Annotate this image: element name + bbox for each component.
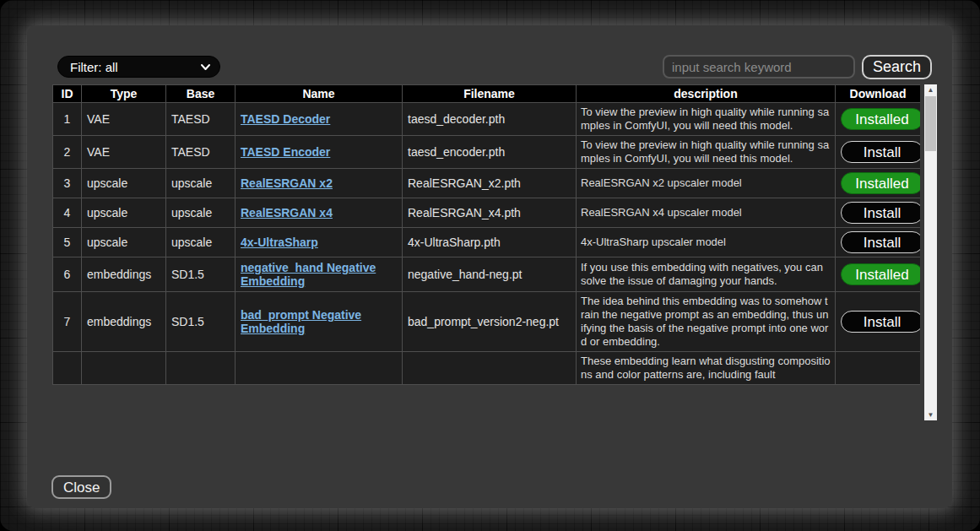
installed-button[interactable]: Installed: [841, 263, 920, 285]
model-name-link[interactable]: RealESRGAN x4: [241, 206, 333, 219]
model-type-cell: embeddings: [82, 257, 166, 292]
model-row: These embedding learn what disgusting co…: [53, 352, 921, 385]
model-description-cell: These embedding learn what disgusting co…: [577, 352, 836, 385]
scroll-down-arrow-icon[interactable]: ▼: [924, 409, 937, 420]
model-name-link[interactable]: 4x-UltraSharp: [241, 236, 318, 249]
vertical-scrollbar[interactable]: ▲ ▼: [924, 84, 937, 420]
model-download-cell: Installed: [836, 169, 921, 198]
model-filename-cell: RealESRGAN_x2.pth: [403, 169, 577, 198]
scrollbar-thumb[interactable]: [925, 96, 936, 151]
column-header-download: Download: [836, 85, 921, 103]
install-button[interactable]: Install: [841, 202, 920, 224]
model-name-link[interactable]: TAESD Encoder: [241, 145, 330, 159]
models-table-zone: ID Type Base Name Filename description D…: [52, 84, 937, 425]
comfyui-canvas-background: Filter: all Search ID: [0, 0, 980, 531]
model-type-cell: upscale: [82, 169, 166, 198]
model-id-cell: 7: [53, 292, 82, 352]
model-name-link[interactable]: TAESD Decoder: [241, 112, 330, 126]
model-name-cell: TAESD Encoder: [236, 136, 403, 169]
model-filename-cell: bad_prompt_version2-neg.pt: [403, 292, 577, 352]
chevron-down-icon: [201, 63, 210, 71]
search-input[interactable]: [663, 55, 855, 79]
model-row: 4upscaleupscaleRealESRGAN x4RealESRGAN_x…: [53, 198, 921, 228]
model-filename-cell: [403, 352, 577, 385]
model-name-cell: 4x-UltraSharp: [236, 228, 403, 257]
model-filename-cell: taesd_encoder.pth: [403, 136, 577, 169]
table-header-row: ID Type Base Name Filename description D…: [53, 85, 921, 103]
model-base-cell: upscale: [166, 198, 236, 228]
model-name-cell: bad_prompt Negative Embedding: [236, 292, 403, 352]
install-button[interactable]: Install: [841, 311, 920, 333]
model-name-link[interactable]: RealESRGAN x2: [241, 176, 333, 190]
model-base-cell: upscale: [166, 228, 236, 257]
model-id-cell: 1: [53, 103, 82, 136]
model-row: 1VAETAESDTAESD Decodertaesd_decoder.pthT…: [53, 103, 921, 136]
model-id-cell: 3: [53, 169, 82, 198]
model-download-cell: Installed: [836, 257, 921, 292]
dialog-topbar: Filter: all Search: [57, 54, 932, 79]
model-type-cell: embeddings: [82, 292, 166, 352]
model-description-cell: To view the preview in high quality whil…: [577, 103, 836, 136]
model-base-cell: TAESD: [166, 103, 236, 136]
model-manager-dialog: Filter: all Search ID: [27, 25, 952, 508]
model-name-cell: RealESRGAN x2: [236, 169, 403, 198]
column-header-type: Type: [82, 85, 166, 103]
model-type-cell: upscale: [82, 198, 166, 228]
model-id-cell: [53, 352, 82, 385]
models-table: ID Type Base Name Filename description D…: [52, 84, 920, 385]
model-filename-cell: RealESRGAN_x4.pth: [403, 198, 577, 228]
search-button[interactable]: Search: [862, 55, 932, 79]
model-type-cell: VAE: [82, 103, 166, 136]
model-row: 2VAETAESDTAESD Encodertaesd_encoder.pthT…: [53, 136, 921, 169]
model-description-cell: To view the preview in high quality whil…: [577, 136, 836, 169]
column-header-base: Base: [166, 85, 236, 103]
column-header-id: ID: [53, 85, 82, 103]
model-name-cell: RealESRGAN x4: [236, 198, 403, 228]
model-name-cell: negative_hand Negative Embedding: [236, 257, 403, 292]
model-row: 7embeddingsSD1.5bad_prompt Negative Embe…: [53, 292, 921, 352]
model-id-cell: 2: [53, 136, 82, 169]
installed-button[interactable]: Installed: [841, 172, 920, 194]
model-id-cell: 6: [53, 257, 82, 292]
model-type-cell: [82, 352, 166, 385]
model-download-cell: Install: [836, 136, 921, 169]
column-header-description: description: [577, 85, 836, 103]
filter-dropdown[interactable]: Filter: all: [57, 56, 220, 78]
filter-dropdown-value: Filter: all: [70, 60, 118, 74]
model-base-cell: upscale: [166, 169, 236, 198]
close-button[interactable]: Close: [51, 475, 111, 499]
column-header-filename: Filename: [403, 85, 577, 103]
model-base-cell: SD1.5: [166, 257, 236, 292]
model-name-cell: [236, 352, 403, 385]
model-description-cell: The idea behind this embedding was to so…: [577, 292, 836, 352]
installed-button[interactable]: Installed: [841, 108, 920, 130]
model-description-cell: RealESRGAN x4 upscaler model: [577, 198, 836, 228]
model-description-cell: RealESRGAN x2 upscaler model: [577, 169, 836, 198]
model-download-cell: Install: [836, 228, 921, 257]
model-download-cell: Install: [836, 292, 921, 352]
models-table-clip: ID Type Base Name Filename description D…: [52, 84, 920, 425]
search-area: Search: [663, 55, 932, 79]
model-download-cell: [836, 352, 921, 385]
column-header-name: Name: [236, 85, 403, 103]
model-filename-cell: taesd_decoder.pth: [403, 103, 577, 136]
model-id-cell: 4: [53, 198, 82, 228]
model-type-cell: VAE: [82, 136, 166, 169]
model-name-link[interactable]: negative_hand Negative Embedding: [241, 261, 376, 288]
model-download-cell: Installed: [836, 103, 921, 136]
model-filename-cell: 4x-UltraSharp.pth: [403, 228, 577, 257]
scroll-up-arrow-icon[interactable]: ▲: [924, 84, 937, 95]
model-download-cell: Install: [836, 198, 921, 228]
model-row: 6embeddingsSD1.5negative_hand Negative E…: [53, 257, 921, 292]
model-name-cell: TAESD Decoder: [236, 103, 403, 136]
install-button[interactable]: Install: [841, 141, 920, 163]
model-description-cell: If you use this embedding with negatives…: [577, 257, 836, 292]
model-description-cell: 4x-UltraSharp upscaler model: [577, 228, 836, 257]
model-base-cell: SD1.5: [166, 292, 236, 352]
model-row: 5upscaleupscale4x-UltraSharp4x-UltraShar…: [53, 228, 921, 257]
install-button[interactable]: Install: [841, 231, 920, 253]
model-base-cell: TAESD: [166, 136, 236, 169]
model-type-cell: upscale: [82, 228, 166, 257]
model-name-link[interactable]: bad_prompt Negative Embedding: [241, 308, 361, 335]
model-filename-cell: negative_hand-neg.pt: [403, 257, 577, 292]
